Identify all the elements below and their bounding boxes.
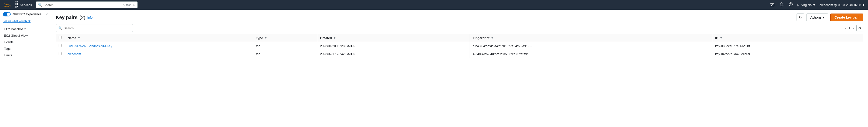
refresh-button[interactable]: ↻ — [797, 13, 804, 21]
top-nav: Services 🔍 [Option+S] — [0, 0, 868, 10]
nav-right-area: N. Virginia ▼ aleccham @ 0393-2340-8238 … — [769, 1, 865, 8]
panel-title: Key pairs — [56, 15, 78, 20]
table-search-input[interactable] — [64, 26, 130, 30]
page-prev-button[interactable]: ‹ — [843, 26, 848, 31]
nav-user[interactable]: aleccham @ 0393-2340-8238 ▼ — [819, 3, 865, 7]
services-label: Services — [20, 3, 32, 7]
actions-label: Actions ▾ — [810, 15, 824, 19]
main-content: Key pairs (2) Info ↻ Actions ▾ Create ke… — [51, 10, 868, 127]
panel-info-link[interactable]: Info — [87, 16, 93, 19]
row1-type: rsa — [253, 42, 317, 50]
row2-name[interactable]: aleccham — [65, 50, 253, 58]
row2-fingerprint: 42:48:4d:52:40:bc:9e:35:08:ee:87:af:f9:.… — [470, 50, 712, 58]
th-type-sort-icon: ▼ — [265, 37, 267, 39]
nav-cloud-icon-btn[interactable] — [769, 1, 775, 8]
nav-search-icon: 🔍 — [38, 3, 42, 7]
search-pagination-row: 🔍 ‹ 1 › ⚙ — [56, 24, 863, 32]
sidebar-item-limits[interactable]: Limits — [0, 52, 51, 58]
row2-checkbox[interactable] — [59, 52, 62, 55]
th-created-sort-icon: ▼ — [333, 37, 336, 39]
row2-created: 2023/02/17 23:42 GMT-5 — [317, 50, 470, 58]
nav-services-button[interactable]: Services — [14, 1, 33, 8]
th-type[interactable]: Type ▼ — [253, 34, 317, 42]
row2-type: rsa — [253, 50, 317, 58]
th-fingerprint[interactable]: Fingerprint ▼ — [470, 34, 712, 42]
nav-search-shortcut: [Option+S] — [123, 3, 135, 6]
aws-logo[interactable] — [3, 2, 11, 8]
create-key-pair-button[interactable]: Create key pair — [830, 13, 863, 21]
nav-search-box[interactable]: 🔍 [Option+S] — [36, 1, 137, 8]
row1-name[interactable]: CVF-SDWAN-Sandbox-VM-Key — [65, 42, 253, 50]
th-created[interactable]: Created ▼ — [317, 34, 470, 42]
row1-checkbox-cell[interactable] — [56, 42, 65, 50]
th-fingerprint-sort-icon: ▼ — [491, 37, 494, 39]
th-name-sort-icon: ▼ — [78, 37, 80, 39]
nav-region[interactable]: N. Virginia ▼ — [797, 3, 816, 7]
nav-region-label: N. Virginia ▼ — [797, 3, 816, 7]
pagination-row: ‹ 1 › ⚙ — [843, 25, 863, 31]
content-panel: Key pairs (2) Info ↻ Actions ▾ Create ke… — [51, 10, 868, 127]
nav-help-icon-btn[interactable] — [788, 2, 794, 8]
sidebar-toggle-label: New EC2 Experience — [12, 12, 43, 16]
sidebar-close-btn[interactable]: × — [45, 12, 48, 16]
table-row: CVF-SDWAN-Sandbox-VM-Key rsa 2023/01/20 … — [56, 42, 863, 50]
svg-point-2 — [790, 5, 791, 6]
sidebar-tell-us-link[interactable]: Tell us what you think — [0, 19, 51, 25]
sidebar-item-events[interactable]: Events — [0, 39, 51, 45]
th-select-all[interactable] — [56, 34, 65, 42]
page-next-button[interactable]: › — [851, 26, 856, 31]
select-all-checkbox[interactable] — [59, 36, 62, 39]
new-experience-toggle[interactable] — [3, 12, 11, 16]
th-id-label: ID — [715, 36, 718, 40]
sidebar-toggle-area: New EC2 Experience × — [0, 10, 51, 19]
row2-checkbox-cell[interactable] — [56, 50, 65, 58]
nav-user-label: aleccham @ 0393-2340-8238 ▼ — [819, 3, 865, 7]
th-fingerprint-label: Fingerprint — [473, 36, 490, 40]
th-name[interactable]: Name ▼ — [65, 34, 253, 42]
th-created-label: Created — [320, 36, 332, 40]
table-settings-button[interactable]: ⚙ — [857, 25, 863, 31]
actions-button[interactable]: Actions ▾ — [806, 13, 828, 21]
nav-search-input[interactable] — [43, 3, 121, 7]
row1-checkbox[interactable] — [59, 44, 62, 47]
row1-created: 2023/01/20 12:28 GMT-5 — [317, 42, 470, 50]
th-type-label: Type — [256, 36, 263, 40]
sidebar: New EC2 Experience × Tell us what you th… — [0, 10, 51, 127]
row1-id: key-080eed677c566a2bf — [712, 42, 863, 50]
th-id[interactable]: ID ▼ — [712, 34, 863, 42]
app-body: New EC2 Experience × Tell us what you th… — [0, 10, 868, 127]
row2-name-link[interactable]: aleccham — [68, 52, 81, 56]
key-pairs-table: Name ▼ Type ▼ Created — [56, 34, 863, 58]
sidebar-item-ec2-dashboard[interactable]: EC2 Dashboard — [0, 26, 51, 32]
th-name-label: Name — [68, 36, 76, 40]
panel-count: (2) — [80, 15, 85, 20]
page-number: 1 — [848, 26, 850, 30]
row1-name-link[interactable]: CVF-SDWAN-Sandbox-VM-Key — [68, 44, 112, 48]
table-search-icon: 🔍 — [58, 26, 62, 30]
table-search-box[interactable]: 🔍 — [56, 24, 133, 32]
row2-id: key-04fbe7b0a428ece09 — [712, 50, 863, 58]
table-header: Name ▼ Type ▼ Created — [56, 34, 863, 42]
sidebar-item-ec2-global-view[interactable]: EC2 Global View — [0, 32, 51, 39]
panel-actions-area: ↻ Actions ▾ Create key pair — [797, 13, 863, 21]
sidebar-nav: EC2 Dashboard EC2 Global View Events Tag… — [0, 25, 51, 59]
sidebar-item-tags[interactable]: Tags — [0, 45, 51, 52]
panel-header: Key pairs (2) Info ↻ Actions ▾ Create ke… — [56, 13, 863, 21]
table-row: aleccham rsa 2023/02/17 23:42 GMT-5 42:4… — [56, 50, 863, 58]
nav-bell-icon-btn[interactable] — [779, 2, 784, 8]
nav-grid-dots — [16, 1, 19, 8]
table-body: CVF-SDWAN-Sandbox-VM-Key rsa 2023/01/20 … — [56, 42, 863, 58]
row1-fingerprint: c1:43:64:ee:dc:a4:ff:78:92:7f:94:58:a9:0… — [470, 42, 712, 50]
th-id-sort-icon: ▼ — [720, 37, 722, 39]
